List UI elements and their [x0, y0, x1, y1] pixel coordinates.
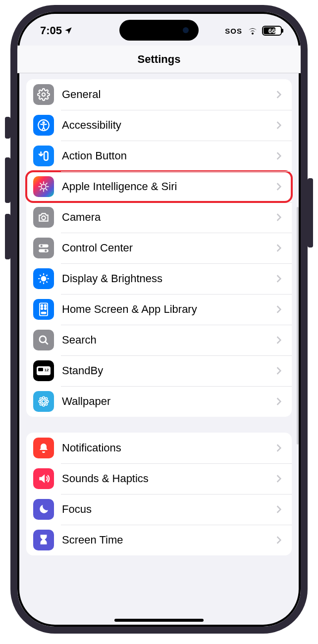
chevron-right-icon: [274, 274, 284, 283]
row-label: StandBy: [62, 364, 274, 377]
row-label: Focus: [62, 503, 274, 516]
svg-point-4: [41, 184, 46, 189]
row-action-button[interactable]: Action Button: [26, 141, 292, 171]
screentime-icon: [33, 530, 54, 550]
row-label: Sounds & Haptics: [62, 472, 274, 485]
chevron-right-icon: [274, 536, 284, 545]
chevron-right-icon: [274, 305, 284, 314]
chevron-right-icon: [274, 444, 284, 452]
row-label: Screen Time: [62, 534, 274, 546]
chevron-right-icon: [274, 336, 284, 345]
row-homescreen[interactable]: Home Screen & App Library: [26, 294, 292, 325]
svg-rect-6: [39, 244, 49, 248]
svg-point-21: [42, 400, 46, 403]
svg-point-22: [43, 396, 45, 398]
row-sounds[interactable]: Sounds & Haptics: [26, 463, 292, 494]
row-label: Action Button: [62, 149, 274, 162]
row-label: Accessibility: [62, 119, 274, 132]
action-button-icon: [33, 146, 54, 166]
settings-group-1: General Accessibility Action Button: [26, 79, 292, 417]
svg-rect-13: [45, 305, 46, 306]
svg-rect-14: [41, 308, 43, 309]
intelligence-icon: [33, 176, 54, 197]
sounds-icon: [33, 468, 54, 489]
chevron-right-icon: [274, 151, 284, 160]
row-camera[interactable]: Camera: [26, 202, 292, 233]
chevron-right-icon: [274, 505, 284, 514]
chevron-right-icon: [274, 366, 284, 375]
control-center-icon: [33, 238, 54, 258]
row-focus[interactable]: Focus: [26, 494, 292, 525]
search-icon: [33, 330, 54, 350]
sos-indicator: SOS: [225, 27, 242, 35]
row-accessibility[interactable]: Accessibility: [26, 110, 292, 141]
row-label: Home Screen & App Library: [62, 303, 274, 316]
row-general[interactable]: General: [26, 79, 292, 110]
page-title: Settings: [138, 53, 181, 66]
home-indicator[interactable]: [114, 619, 204, 622]
svg-text:12: 12: [45, 368, 49, 372]
general-icon: [33, 84, 54, 105]
svg-point-25: [46, 400, 48, 402]
wifi-icon: [247, 26, 258, 35]
standby-icon: 12: [33, 360, 54, 381]
brightness-icon: [33, 268, 54, 289]
row-search[interactable]: Search: [26, 325, 292, 355]
row-display-brightness[interactable]: Display & Brightness: [26, 263, 292, 294]
location-icon: [64, 26, 73, 35]
status-right: SOS 66: [225, 26, 282, 36]
chevron-right-icon: [274, 213, 284, 222]
chevron-right-icon: [274, 474, 284, 483]
svg-point-5: [42, 216, 46, 220]
svg-point-26: [40, 397, 42, 399]
svg-point-28: [40, 403, 42, 405]
row-screentime[interactable]: Screen Time: [26, 525, 292, 555]
chevron-right-icon: [274, 397, 284, 406]
svg-point-17: [40, 336, 46, 343]
svg-rect-15: [45, 308, 46, 309]
svg-point-24: [39, 400, 41, 402]
battery-level: 66: [263, 27, 281, 35]
svg-rect-16: [41, 312, 46, 314]
row-label: General: [62, 88, 274, 101]
row-wallpaper[interactable]: Wallpaper: [26, 386, 292, 417]
accessibility-icon: [33, 115, 54, 136]
dynamic-island: [119, 20, 199, 41]
row-label: Camera: [62, 211, 274, 224]
svg-point-0: [42, 93, 46, 97]
row-label: Wallpaper: [62, 395, 274, 408]
notifications-icon: [33, 438, 54, 458]
settings-group-2: Notifications Sounds & Haptics Focus: [26, 433, 292, 555]
row-notifications[interactable]: Notifications: [26, 433, 292, 463]
svg-rect-3: [44, 151, 48, 160]
nav-bar: Settings: [17, 46, 301, 73]
status-time: 7:05: [40, 24, 62, 37]
phone-frame: 7:05 SOS 66 Settings G: [10, 5, 308, 634]
wallpaper-icon: [33, 391, 54, 412]
svg-point-8: [41, 245, 43, 247]
homescreen-icon: [33, 299, 54, 320]
row-label: Control Center: [62, 242, 274, 254]
chevron-right-icon: [274, 244, 284, 252]
svg-point-23: [43, 404, 45, 406]
chevron-right-icon: [274, 121, 284, 130]
chevron-right-icon: [274, 90, 284, 99]
status-left: 7:05: [40, 24, 73, 37]
battery-indicator: 66: [262, 26, 282, 36]
row-label: Notifications: [62, 442, 274, 454]
svg-point-2: [43, 122, 44, 123]
settings-list[interactable]: General Accessibility Action Button: [17, 73, 301, 627]
scroll-indicator[interactable]: [297, 207, 299, 445]
svg-rect-12: [41, 305, 43, 306]
svg-point-27: [45, 397, 47, 399]
row-label: Apple Intelligence & Siri: [62, 180, 274, 193]
svg-point-9: [45, 249, 47, 251]
svg-rect-7: [39, 249, 49, 252]
svg-point-10: [42, 277, 46, 281]
row-apple-intelligence-siri[interactable]: Apple Intelligence & Siri: [26, 171, 292, 202]
camera-icon: [33, 207, 54, 228]
row-label: Search: [62, 334, 274, 347]
row-standby[interactable]: 12 StandBy: [26, 355, 292, 386]
focus-icon: [33, 499, 54, 520]
row-control-center[interactable]: Control Center: [26, 233, 292, 263]
